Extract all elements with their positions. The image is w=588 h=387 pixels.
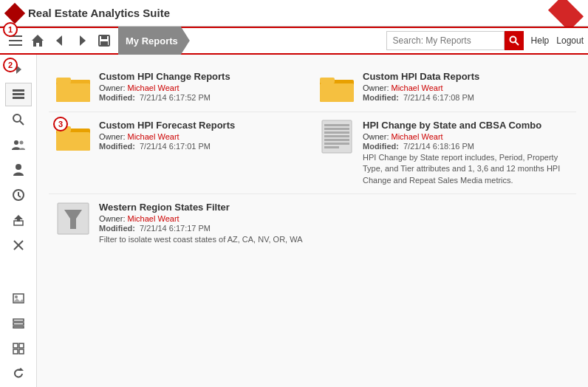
svg-rect-32 (13, 326, 24, 328)
svg-rect-51 (324, 131, 349, 134)
report-details: Custom HPI Data Reports Owner: Michael W… (363, 71, 570, 102)
annotation-1: 1 (3, 22, 18, 37)
svg-point-28 (15, 295, 18, 298)
report-modified: Modified: 7/21/14 6:17:08 PM (363, 93, 570, 102)
svg-rect-33 (13, 343, 18, 348)
app-logo (4, 2, 25, 23)
annotation-3: 3 (53, 117, 68, 131)
main-layout: Custom HPI Change Reports Owner: Michael… (0, 55, 588, 387)
report-title: Western Region States Filter (99, 202, 307, 213)
svg-rect-36 (19, 349, 24, 354)
svg-rect-52 (324, 135, 349, 137)
svg-rect-14 (13, 97, 24, 99)
report-modified: Modified: 7/21/14 6:18:16 PM (363, 142, 570, 151)
reports-grid: Custom HPI Change Reports Owner: Michael… (49, 64, 576, 253)
svg-rect-8 (100, 41, 108, 46)
sidebar-user[interactable] (5, 158, 32, 182)
forward-icon[interactable] (72, 30, 92, 51)
svg-rect-34 (19, 343, 24, 348)
filter-icon (55, 202, 92, 235)
content-area: Custom HPI Change Reports Owner: Michael… (37, 55, 588, 387)
svg-rect-49 (324, 124, 349, 126)
svg-rect-7 (101, 35, 107, 39)
sidebar-layers[interactable] (5, 83, 32, 106)
report-owner-value: Michael Weart (128, 83, 180, 92)
logout-link[interactable]: Logout (556, 35, 584, 46)
search-button[interactable] (505, 31, 524, 50)
svg-rect-2 (9, 44, 22, 46)
report-modified: Modified: 7/21/14 6:17:17 PM (99, 224, 307, 233)
report-item-hpi-change-cbsa[interactable]: HPI Change by State and CBSA Combo Owner… (312, 112, 576, 194)
svg-rect-43 (320, 83, 354, 102)
report-item-custom-hpi-data[interactable]: Custom HPI Data Reports Owner: Michael W… (312, 64, 576, 112)
breadcrumb: My Reports (118, 27, 190, 55)
folder-icon (318, 71, 355, 104)
sidebar-list[interactable] (5, 312, 32, 335)
sidebar-clock[interactable] (5, 183, 32, 207)
svg-line-22 (18, 196, 21, 197)
svg-rect-40 (56, 83, 90, 102)
sidebar-image[interactable] (5, 287, 32, 310)
report-desc: HPI Change by State report includes, Per… (363, 152, 570, 186)
toolbar: My Reports Help Logout (0, 27, 588, 55)
report-owner-value: Michael Weart (392, 83, 443, 92)
svg-point-18 (19, 141, 23, 145)
svg-point-15 (13, 114, 21, 122)
sidebar-upload[interactable] (5, 208, 32, 232)
sidebar-grid[interactable] (5, 337, 32, 360)
sidebar (0, 55, 37, 387)
report-owner-label: Owner: Michael Weart (99, 214, 307, 223)
report-item-custom-hpi-change[interactable]: Custom HPI Change Reports Owner: Michael… (49, 64, 312, 112)
svg-rect-30 (13, 319, 24, 321)
svg-rect-41 (56, 78, 71, 83)
report-owner-label: Owner: Michael Weart (99, 83, 307, 92)
svg-rect-44 (320, 78, 335, 83)
home-icon[interactable] (27, 30, 48, 51)
report-title: Custom HPI Forecast Reports (99, 120, 307, 131)
report-details: Custom HPI Change Reports Owner: Michael… (99, 71, 307, 102)
svg-rect-31 (13, 323, 24, 325)
app-title: Real Estate Analytics Suite (28, 7, 170, 19)
svg-marker-29 (13, 298, 24, 302)
search-input[interactable] (386, 31, 505, 50)
report-desc: Filter to isolate west coast states of A… (99, 234, 307, 245)
save-icon[interactable] (94, 30, 114, 51)
report-item-custom-hpi-forecast[interactable]: Custom HPI Forecast Reports Owner: Micha… (49, 112, 312, 194)
svg-rect-1 (9, 40, 22, 41)
report-owner-label: Owner: Michael Weart (363, 132, 570, 141)
breadcrumb-label: My Reports (118, 27, 190, 55)
svg-rect-55 (324, 146, 339, 148)
svg-rect-13 (13, 93, 24, 95)
report-owner-value: Michael Weart (128, 132, 180, 141)
annotation-2: 2 (3, 58, 18, 72)
svg-point-19 (16, 164, 21, 170)
svg-rect-35 (13, 349, 18, 354)
svg-line-16 (20, 121, 24, 125)
app-title-bar: Real Estate Analytics Suite (0, 0, 588, 27)
back-icon[interactable] (49, 30, 70, 51)
svg-rect-50 (324, 128, 349, 130)
report-owner-label: Owner: Michael Weart (99, 132, 307, 141)
sidebar-tools[interactable] (5, 233, 32, 257)
report-title: HPI Change by State and CBSA Combo (363, 120, 570, 131)
report-details: Custom HPI Forecast Reports Owner: Micha… (99, 120, 307, 151)
report-owner-label: Owner: Michael Weart (363, 83, 570, 92)
help-link[interactable]: Help (531, 35, 550, 46)
svg-rect-53 (324, 139, 349, 141)
svg-rect-46 (56, 132, 90, 151)
report-item-western-filter[interactable]: Western Region States Filter Owner: Mich… (49, 194, 312, 253)
svg-rect-12 (13, 89, 24, 92)
svg-rect-54 (324, 143, 349, 145)
report-title: Custom HPI Data Reports (363, 71, 570, 82)
svg-marker-4 (56, 35, 62, 46)
sidebar-refresh[interactable] (5, 362, 32, 386)
sidebar-users[interactable] (5, 133, 32, 157)
report-title: Custom HPI Change Reports (99, 71, 307, 82)
report-owner-value: Michael Weart (392, 132, 443, 141)
svg-marker-5 (80, 35, 86, 46)
report-details: Western Region States Filter Owner: Mich… (99, 202, 307, 245)
svg-point-9 (510, 37, 516, 43)
sidebar-search[interactable] (5, 108, 32, 131)
report-details: HPI Change by State and CBSA Combo Owner… (363, 120, 570, 186)
report-modified: Modified: 7/21/14 6:17:52 PM (99, 93, 307, 102)
